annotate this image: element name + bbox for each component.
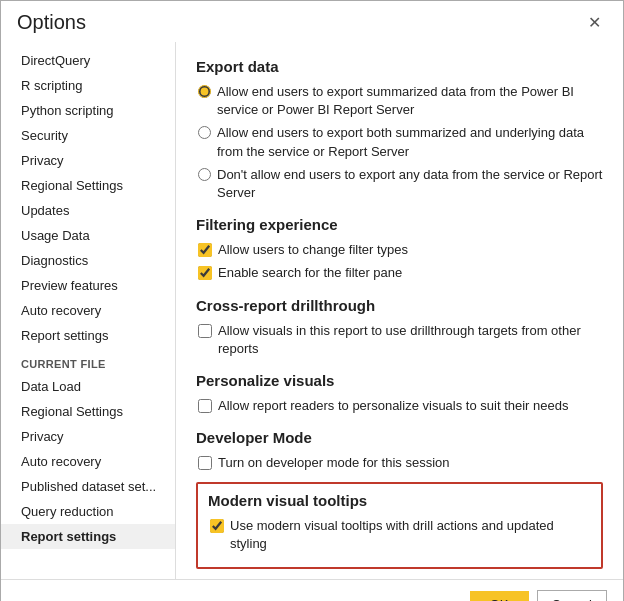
export-radio-2[interactable]	[198, 126, 211, 139]
sidebar-item-autorecovery-file[interactable]: Auto recovery	[1, 449, 175, 474]
main-content: Export data Allow end users to export su…	[176, 42, 623, 579]
filter-option-2-text: Enable search for the filter pane	[218, 264, 402, 282]
developer-checkbox-1[interactable]	[198, 456, 212, 470]
export-radio-1[interactable]	[198, 85, 211, 98]
modern-tooltips-option-1: Use modern visual tooltips with drill ac…	[208, 517, 591, 553]
sidebar-item-privacy[interactable]: Privacy	[1, 148, 175, 173]
section-title-modern-tooltips: Modern visual tooltips	[208, 492, 591, 509]
dialog-title: Options	[17, 11, 86, 34]
cancel-button[interactable]: Cancel	[537, 590, 607, 601]
dialog-footer: OK Cancel	[1, 579, 623, 601]
sidebar-item-reportsettings-global[interactable]: Report settings	[1, 323, 175, 348]
sidebar-item-autorecovery[interactable]: Auto recovery	[1, 298, 175, 323]
sidebar-item-pythonscripting[interactable]: Python scripting	[1, 98, 175, 123]
sidebar-item-publisheddataset[interactable]: Published dataset set...	[1, 474, 175, 499]
developer-option-1: Turn on developer mode for this session	[196, 454, 603, 472]
drillthrough-option-1-text: Allow visuals in this report to use dril…	[218, 322, 603, 358]
personalize-option-1: Allow report readers to personalize visu…	[196, 397, 603, 415]
dialog-body: DirectQuery R scripting Python scripting…	[1, 42, 623, 579]
sidebar-item-privacy-file[interactable]: Privacy	[1, 424, 175, 449]
export-option-3: Don't allow end users to export any data…	[196, 166, 603, 202]
filter-checkbox-2[interactable]	[198, 266, 212, 280]
sidebar-item-updates[interactable]: Updates	[1, 198, 175, 223]
modern-tooltips-option-1-text: Use modern visual tooltips with drill ac…	[230, 517, 591, 553]
sidebar-item-diagnostics[interactable]: Diagnostics	[1, 248, 175, 273]
current-file-header: CURRENT FILE	[1, 348, 175, 374]
modern-tooltips-section: Modern visual tooltips Use modern visual…	[196, 482, 603, 568]
close-button[interactable]: ✕	[582, 11, 607, 34]
section-title-developer: Developer Mode	[196, 429, 603, 446]
export-option-1-text: Allow end users to export summarized dat…	[217, 83, 603, 119]
export-option-3-text: Don't allow end users to export any data…	[217, 166, 603, 202]
export-option-2-text: Allow end users to export both summarize…	[217, 124, 603, 160]
sidebar-item-dataload[interactable]: Data Load	[1, 374, 175, 399]
personalize-checkbox-1[interactable]	[198, 399, 212, 413]
sidebar-item-regionalsettings-file[interactable]: Regional Settings	[1, 399, 175, 424]
sidebar-item-queryreduction[interactable]: Query reduction	[1, 499, 175, 524]
section-title-filtering: Filtering experience	[196, 216, 603, 233]
developer-option-1-text: Turn on developer mode for this session	[218, 454, 449, 472]
options-dialog: Options ✕ DirectQuery R scripting Python…	[0, 0, 624, 601]
ok-button[interactable]: OK	[470, 591, 529, 601]
drillthrough-checkbox-1[interactable]	[198, 324, 212, 338]
export-option-2: Allow end users to export both summarize…	[196, 124, 603, 160]
section-title-drillthrough: Cross-report drillthrough	[196, 297, 603, 314]
filter-option-2: Enable search for the filter pane	[196, 264, 603, 282]
filter-option-1: Allow users to change filter types	[196, 241, 603, 259]
sidebar-item-reportsettings-file[interactable]: Report settings	[1, 524, 175, 549]
sidebar-item-security[interactable]: Security	[1, 123, 175, 148]
modern-tooltips-checkbox-1[interactable]	[210, 519, 224, 533]
section-title-export: Export data	[196, 58, 603, 75]
sidebar-item-regionalsettings[interactable]: Regional Settings	[1, 173, 175, 198]
dialog-titlebar: Options ✕	[1, 1, 623, 42]
section-title-personalize: Personalize visuals	[196, 372, 603, 389]
sidebar-item-directquery[interactable]: DirectQuery	[1, 48, 175, 73]
sidebar-item-previewfeatures[interactable]: Preview features	[1, 273, 175, 298]
personalize-option-1-text: Allow report readers to personalize visu…	[218, 397, 568, 415]
export-option-1: Allow end users to export summarized dat…	[196, 83, 603, 119]
sidebar: DirectQuery R scripting Python scripting…	[1, 42, 176, 579]
sidebar-item-rscripting[interactable]: R scripting	[1, 73, 175, 98]
filter-option-1-text: Allow users to change filter types	[218, 241, 408, 259]
sidebar-item-usagedata[interactable]: Usage Data	[1, 223, 175, 248]
export-radio-3[interactable]	[198, 168, 211, 181]
filter-checkbox-1[interactable]	[198, 243, 212, 257]
drillthrough-option-1: Allow visuals in this report to use dril…	[196, 322, 603, 358]
